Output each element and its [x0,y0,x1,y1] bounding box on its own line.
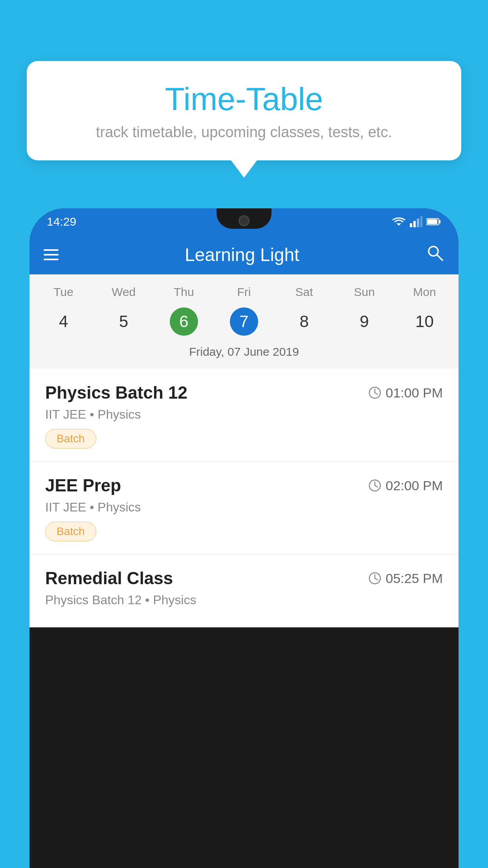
date-6[interactable]: 6 [170,307,198,336]
camera [240,217,248,225]
schedule-item-3[interactable]: Remedial Class 05:25 PM Physics Batch 12… [29,554,459,627]
clock-icon-1 [368,386,382,399]
schedule-item-1-time: 01:00 PM [368,385,443,401]
tooltip-card: Time-Table track timetable, upcoming cla… [27,61,461,160]
wifi-icon [392,216,406,227]
schedule-list: Physics Batch 12 01:00 PM IIT JEE • Phys… [29,369,459,627]
date-4[interactable]: 4 [33,307,94,336]
date-8[interactable]: 8 [274,307,334,336]
date-5[interactable]: 5 [94,307,154,336]
schedule-item-1[interactable]: Physics Batch 12 01:00 PM IIT JEE • Phys… [29,369,459,462]
schedule-item-1-subtitle: IIT JEE • Physics [45,407,443,422]
day-sat: Sat [274,282,334,302]
search-icon[interactable] [426,243,444,266]
day-fri: Fri [214,282,274,302]
calendar-strip: Tue Wed Thu Fri Sat Sun Mon 4 5 6 7 8 9 … [29,274,459,369]
batch-badge-2: Batch [45,522,96,541]
schedule-item-2-subtitle: IIT JEE • Physics [45,500,443,515]
day-sun: Sun [334,282,394,302]
svg-rect-7 [427,219,437,224]
clock-icon-2 [368,479,382,492]
date-7[interactable]: 7 [230,307,258,336]
batch-badge-1: Batch [45,429,96,449]
schedule-item-1-header: Physics Batch 12 01:00 PM [45,383,443,403]
svg-rect-4 [420,216,422,227]
svg-line-18 [375,578,378,580]
status-bar: 14:29 [29,208,459,235]
phone-frame: 14:29 [29,208,459,868]
svg-point-8 [429,246,438,256]
svg-rect-6 [439,220,440,223]
signal-icon [410,216,422,227]
dates-row[interactable]: 4 5 6 7 8 9 10 [33,307,455,336]
svg-rect-2 [413,221,416,227]
svg-rect-1 [410,223,412,227]
battery-icon [426,218,441,226]
schedule-item-3-subtitle: Physics Batch 12 • Physics [45,593,443,607]
schedule-item-2-time: 02:00 PM [368,478,443,493]
schedule-item-3-title: Remedial Class [45,568,173,588]
schedule-item-2-header: JEE Prep 02:00 PM [45,476,443,495]
svg-line-12 [375,393,378,394]
schedule-item-3-time: 05:25 PM [368,571,443,586]
status-time: 14:29 [47,215,76,228]
app-bar: Learning Light [29,235,459,274]
day-mon: Mon [394,282,455,302]
tooltip-title: Time-Table [50,81,438,117]
notch [216,208,272,229]
svg-marker-0 [396,223,401,226]
day-thu: Thu [154,282,214,302]
schedule-item-3-header: Remedial Class 05:25 PM [45,568,443,588]
svg-rect-3 [417,219,419,227]
tooltip-subtitle: track timetable, upcoming classes, tests… [50,124,438,141]
date-9[interactable]: 9 [334,307,394,336]
svg-line-9 [437,255,442,260]
schedule-item-1-title: Physics Batch 12 [45,383,187,403]
menu-icon[interactable] [44,249,59,260]
svg-line-15 [375,485,378,487]
app-title: Learning Light [70,244,414,265]
schedule-item-2[interactable]: JEE Prep 02:00 PM IIT JEE • Physics Batc… [29,462,459,554]
schedule-item-2-title: JEE Prep [45,476,121,495]
days-row: Tue Wed Thu Fri Sat Sun Mon [33,282,455,302]
date-10[interactable]: 10 [394,307,455,336]
selected-date-label: Friday, 07 June 2019 [33,341,455,365]
status-icons [392,216,441,227]
day-wed: Wed [94,282,154,302]
clock-icon-3 [368,572,382,585]
day-tue: Tue [33,282,94,302]
